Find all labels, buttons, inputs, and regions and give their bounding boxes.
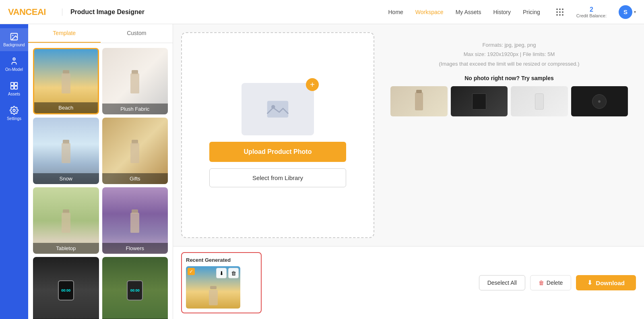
nav-links: Home Workspace My Assets History Pricing… xyxy=(388,5,636,19)
template-watch1[interactable]: 00:00 xyxy=(33,257,99,319)
assets-icon xyxy=(10,81,19,90)
upload-preview: + xyxy=(242,83,314,135)
download-icon: ⬇ xyxy=(587,279,592,286)
sample-cup[interactable] xyxy=(511,86,568,116)
template-gifts[interactable]: Gifts xyxy=(102,118,168,184)
sample-speaker[interactable] xyxy=(571,86,628,116)
sidebar-item-on-model[interactable]: On-Model xyxy=(0,53,28,76)
item-actions: ⬇ 🗑 xyxy=(216,268,239,278)
settings-icon xyxy=(10,106,19,115)
recent-generated-title: Recent Generated xyxy=(186,257,257,263)
template-forest[interactable]: 00:00 xyxy=(102,257,168,319)
on-model-icon xyxy=(10,57,19,66)
svg-rect-4 xyxy=(14,83,17,85)
upload-area: + Upload Product Photo Select from Libra… xyxy=(173,24,644,246)
logo: VANCEAI xyxy=(8,7,46,17)
credit-area: 2 Credit Balance: xyxy=(576,6,607,18)
template-panel: Template Custom Beach Plush Fabric Snow xyxy=(28,24,173,319)
template-plush-fabric[interactable]: Plush Fabric xyxy=(102,48,168,114)
svg-rect-6 xyxy=(14,86,17,89)
nav-workspace[interactable]: Workspace xyxy=(415,9,444,15)
template-flowers-label: Flowers xyxy=(102,243,168,254)
template-beach[interactable]: Beach xyxy=(33,48,99,114)
sidebar-item-settings[interactable]: Settings xyxy=(0,102,28,125)
nav-home[interactable]: Home xyxy=(388,9,403,15)
template-snow-label: Snow xyxy=(33,173,99,184)
nav-pricing[interactable]: Pricing xyxy=(523,9,540,15)
upload-box: + Upload Product Photo Select from Libra… xyxy=(181,32,374,238)
generated-item[interactable]: ✓ ⬇ 🗑 xyxy=(186,266,240,309)
trash-icon: 🗑 xyxy=(539,280,544,286)
sidebar-label-background: Background xyxy=(3,43,25,47)
samples-grid xyxy=(390,86,628,116)
sidebar-item-background[interactable]: Background xyxy=(0,28,28,51)
main-content: + Upload Product Photo Select from Libra… xyxy=(173,24,644,319)
main-layout: Background On-Model Assets Settings Temp… xyxy=(0,24,644,319)
template-snow[interactable]: Snow xyxy=(33,118,99,184)
svg-rect-3 xyxy=(11,83,14,85)
bottom-section: Recent Generated ✓ ⬇ 🗑 xyxy=(173,246,644,319)
download-item-button[interactable]: ⬇ xyxy=(216,268,227,278)
tab-custom[interactable]: Custom xyxy=(101,24,173,43)
user-menu[interactable]: S ▾ xyxy=(619,5,636,19)
left-sidebar: Background On-Model Assets Settings xyxy=(0,24,28,319)
sample-bag[interactable] xyxy=(451,86,508,116)
deselect-all-button[interactable]: Deselect All xyxy=(479,275,525,290)
svg-point-7 xyxy=(13,109,15,112)
nav-history[interactable]: History xyxy=(493,9,511,15)
sidebar-label-on-model: On-Model xyxy=(5,67,23,72)
template-plush-label: Plush Fabric xyxy=(102,104,168,114)
panel-tabs: Template Custom xyxy=(28,24,173,43)
sidebar-label-settings: Settings xyxy=(7,116,21,121)
recent-generated-box: Recent Generated ✓ ⬇ 🗑 xyxy=(181,252,262,313)
sidebar-item-assets[interactable]: Assets xyxy=(0,77,28,100)
nav-my-assets[interactable]: My Assets xyxy=(456,9,481,15)
product-title: Product Image Designer xyxy=(62,8,144,16)
delete-item-button[interactable]: 🗑 xyxy=(228,268,239,278)
select-from-library-button[interactable]: Select from Library xyxy=(209,168,346,187)
template-gifts-label: Gifts xyxy=(102,173,168,184)
upload-product-photo-button[interactable]: Upload Product Photo xyxy=(209,142,346,162)
chevron-down-icon: ▾ xyxy=(634,10,636,14)
checkbox-checked-icon: ✓ xyxy=(188,268,195,275)
sidebar-label-assets: Assets xyxy=(8,92,20,96)
formats-info: Formats: jpg, jpeg, png Max size: 1920x1… xyxy=(390,40,628,68)
svg-rect-5 xyxy=(11,86,14,89)
background-icon xyxy=(10,32,19,41)
svg-rect-8 xyxy=(267,101,289,117)
download-button[interactable]: ⬇ Download xyxy=(576,275,636,290)
add-image-button[interactable]: + xyxy=(306,78,319,91)
template-tabletop[interactable]: Tabletop xyxy=(33,187,99,254)
info-panel: Formats: jpg, jpeg, png Max size: 1920x1… xyxy=(382,32,636,238)
template-flowers[interactable]: Flowers xyxy=(102,187,168,254)
template-beach-label: Beach xyxy=(34,102,98,113)
try-samples-title: No photo right now? Try samples xyxy=(390,75,628,81)
avatar[interactable]: S xyxy=(619,5,632,19)
svg-point-2 xyxy=(13,58,15,60)
apps-icon[interactable] xyxy=(556,8,564,16)
template-tabletop-label: Tabletop xyxy=(33,243,99,254)
sample-perfume[interactable] xyxy=(390,86,448,116)
bottom-actions: Deselect All 🗑 Delete ⬇ Download xyxy=(479,275,636,290)
templates-grid: Beach Plush Fabric Snow Gifts Tabletop xyxy=(28,43,173,319)
image-placeholder-icon xyxy=(266,97,290,121)
tab-template[interactable]: Template xyxy=(28,24,101,43)
top-nav: VANCEAI Product Image Designer Home Work… xyxy=(0,0,644,24)
item-checkbox[interactable]: ✓ xyxy=(188,268,195,275)
delete-button[interactable]: 🗑 Delete xyxy=(530,275,571,290)
svg-point-1 xyxy=(12,35,13,36)
